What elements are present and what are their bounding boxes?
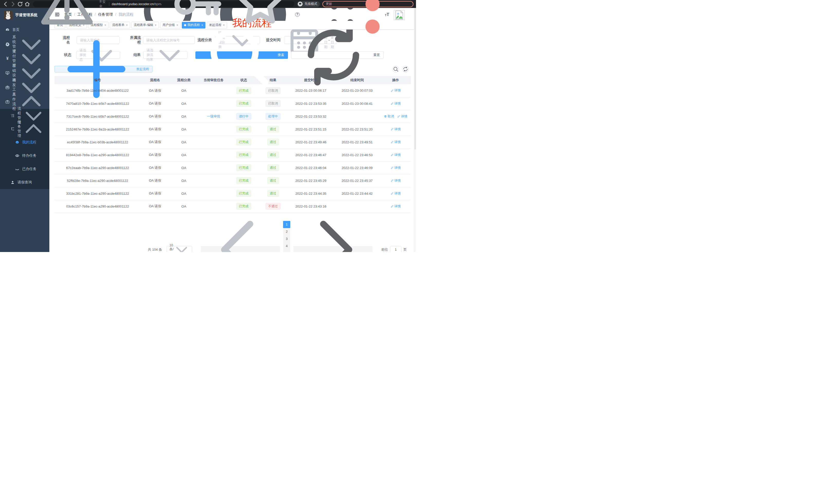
- cell-process-id: 03c6c157-7b9a-11ec-a290-acde48001122: [54, 200, 141, 213]
- close-icon[interactable]: ×: [104, 23, 106, 27]
- home-icon[interactable]: [24, 1, 30, 7]
- cell-submit-time: 2022-01-22 23:53:32: [288, 110, 334, 123]
- detail-link[interactable]: 详情: [391, 153, 401, 157]
- scrollbar-thumb[interactable]: [414, 8, 416, 149]
- result-select[interactable]: 请选择流结果: [143, 51, 187, 59]
- cell-end-time: [334, 200, 380, 213]
- tree-list-icon: [10, 113, 15, 118]
- cell-process-name: OA 请假: [141, 110, 170, 123]
- app-title: 芋道管理系统: [15, 12, 37, 18]
- pencil-icon: [391, 192, 394, 195]
- pencil-icon: [391, 89, 394, 92]
- detail-link[interactable]: 详情: [391, 166, 401, 170]
- eye-icon: [15, 153, 20, 158]
- status-badge: 已完成: [236, 139, 251, 146]
- close-icon[interactable]: ×: [155, 23, 157, 27]
- detail-link[interactable]: 详情: [391, 127, 401, 132]
- sidebar-item-todo-tasks[interactable]: 待办任务: [0, 149, 49, 162]
- goto-suffix: 页: [404, 247, 407, 252]
- status-badge: 已完成: [236, 151, 251, 159]
- bookmark-star-icon[interactable]: [229, 0, 291, 35]
- back-icon[interactable]: [3, 1, 9, 7]
- cell-status: 已完成: [229, 123, 258, 136]
- page-4-button[interactable]: 4: [283, 243, 290, 250]
- table-row: 52ffd28e-7b9a-11ec-a290-acde48001122OA 请…: [54, 174, 411, 187]
- security-warning-icon: [36, 0, 98, 35]
- cell-submit-time: 2022-01-22 23:49:46: [288, 136, 334, 148]
- status-badge: 已完成: [236, 164, 251, 171]
- detail-link[interactable]: 详情: [391, 140, 401, 144]
- chevron-down-icon: [174, 242, 190, 252]
- sidebar-item-leave-query[interactable]: 请假查询: [0, 176, 49, 189]
- table-row: ec45f38f-7b9a-11ec-b03b-acde48001122OA 请…: [54, 136, 411, 148]
- goto-page-input[interactable]: [390, 246, 401, 252]
- cell-result: 已取消: [258, 97, 288, 110]
- monitor-icon: [5, 71, 10, 75]
- cell-process-id: 819442e8-7b9a-11ec-a290-acde48001122: [54, 148, 141, 161]
- detail-link[interactable]: 详情: [391, 178, 401, 183]
- sidebar-item-task-mgmt[interactable]: 任务管理: [0, 122, 49, 136]
- main-area: 首页/工作流程/任务管理/我的流程 ? TT 我的流程 首页流程定义×流程模型×…: [49, 8, 414, 252]
- result-badge: 已取消: [266, 100, 281, 107]
- cell-current-task: [198, 187, 229, 200]
- status-badge: 已完成: [236, 190, 251, 197]
- cell-actions: 详情: [380, 136, 411, 148]
- page-1-button[interactable]: 1: [283, 221, 290, 228]
- prev-page-button[interactable]: [201, 246, 280, 252]
- password-key-icon[interactable]: [164, 0, 227, 35]
- refresh-table-button[interactable]: [402, 66, 409, 73]
- column-header: 操作: [380, 76, 411, 84]
- cell-submit-time: 2022-01-22 23:46:04: [288, 161, 334, 174]
- cell-process-id: 331bc281-7b9a-11ec-a290-acde48001122: [54, 187, 141, 200]
- forward-icon[interactable]: [10, 1, 16, 7]
- result-badge: 通过: [267, 139, 279, 146]
- toggle-search-button[interactable]: [392, 66, 399, 73]
- page-3-button[interactable]: 3: [283, 235, 290, 243]
- tab-process-form[interactable]: 流程表单×: [110, 22, 130, 29]
- sidebar-item-done-tasks[interactable]: 已办任务: [0, 162, 49, 176]
- trash-icon: [384, 115, 387, 118]
- page-2-button[interactable]: 2: [283, 228, 290, 235]
- start-process-button[interactable]: 发起流程: [54, 66, 153, 73]
- search-button[interactable]: 搜索: [196, 51, 288, 59]
- cell-category: OA: [170, 174, 198, 187]
- page-5-button[interactable]: 5: [283, 250, 290, 252]
- help-icon[interactable]: ?: [295, 12, 300, 17]
- cell-result: 通过: [258, 174, 288, 187]
- page-size-select[interactable]: 10条/页: [166, 246, 192, 252]
- table-row: 819442e8-7b9a-11ec-a290-acde48001122OA 请…: [54, 148, 411, 161]
- close-icon[interactable]: ×: [126, 23, 128, 27]
- cell-actions: 详情: [380, 123, 411, 136]
- browser-update-button[interactable]: 更新: [322, 1, 413, 7]
- browser-menu-icon[interactable]: [334, 0, 411, 43]
- detail-link[interactable]: 详情: [391, 102, 401, 106]
- address-bar[interactable]: 不安全 dashboard.yudao.iocoder.cn/bpm/task/…: [33, 1, 294, 7]
- cell-category: OA: [170, 97, 198, 110]
- eye-closed-icon: [15, 167, 20, 171]
- content: 流程名 所属流程 流程分类 请选择流程分类 提交时间 开始日期 - 结束日期: [49, 30, 414, 252]
- detail-link[interactable]: 详情: [391, 88, 401, 93]
- tab-process-form-edit[interactable]: 流程表单-编辑×: [131, 22, 159, 29]
- detail-link[interactable]: 详情: [391, 204, 401, 208]
- pencil-icon: [391, 179, 394, 182]
- result-badge: 不通过: [266, 203, 281, 210]
- detail-link[interactable]: 详情: [391, 191, 401, 196]
- breadcrumb-item[interactable]: 任务管理: [98, 12, 113, 17]
- cell-status: 已完成: [229, 200, 258, 213]
- cell-current-task[interactable]: 一级审批: [198, 110, 229, 123]
- table-row: 67c2eaab-7b9a-11ec-a290-acde48001122OA 请…: [54, 161, 411, 174]
- result-badge: 已取消: [266, 87, 281, 94]
- reset-button[interactable]: 重置: [291, 51, 384, 59]
- cell-result: 通过: [258, 136, 288, 148]
- reload-icon[interactable]: [17, 1, 23, 7]
- detail-link[interactable]: 详情: [397, 114, 408, 119]
- cell-result: 通过: [258, 148, 288, 161]
- cancel-link[interactable]: 取消: [384, 114, 394, 119]
- page-scrollbar[interactable]: [414, 8, 416, 252]
- cell-process-name: OA 请假: [141, 123, 170, 136]
- next-page-button[interactable]: [293, 246, 372, 252]
- table-row: 7317cec6-7b9b-11ec-b5b7-acde48001122OA 请…: [54, 110, 411, 123]
- current-task-link[interactable]: 一级审批: [207, 114, 220, 118]
- refresh-icon: [402, 66, 409, 72]
- cell-process-id: 52ffd28e-7b9a-11ec-a290-acde48001122: [54, 174, 141, 187]
